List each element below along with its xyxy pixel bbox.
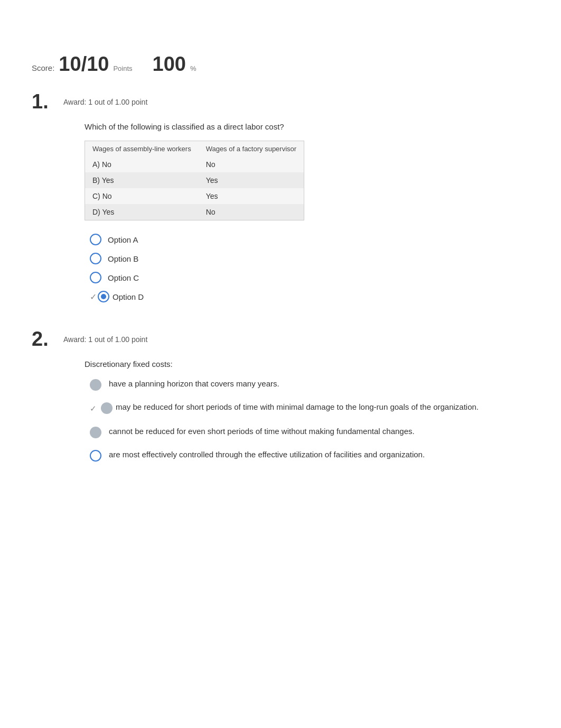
option-d[interactable]: ✓ Option D xyxy=(90,291,529,302)
q2-circle-3 xyxy=(90,427,101,438)
table-row: C) No Yes xyxy=(85,188,304,204)
q2-option-3-label: cannot be reduced for even short periods… xyxy=(109,426,415,438)
option-a-label: Option A xyxy=(108,235,138,244)
score-points-label: Points xyxy=(113,64,132,72)
q2-option-4-label: are most effectively controlled through … xyxy=(109,449,425,461)
table-cell: D) Yes xyxy=(85,204,199,220)
score-percent: 100 xyxy=(153,53,186,76)
table-row: B) Yes Yes xyxy=(85,172,304,188)
question-2-text: Discretionary fixed costs: xyxy=(85,360,529,368)
score-section: Score: 10/10 Points 100 % xyxy=(32,53,529,76)
q2-circle-1 xyxy=(90,379,101,391)
question-1-header: 1. Award: 1 out of 1.00 point xyxy=(32,91,529,112)
option-c[interactable]: Option C xyxy=(90,272,529,283)
radio-circle-d[interactable] xyxy=(98,291,109,302)
radio-circle-c[interactable] xyxy=(90,272,101,283)
q2-circle-4 xyxy=(90,450,101,462)
option-c-label: Option C xyxy=(108,273,139,282)
option-b-label: Option B xyxy=(108,254,138,263)
score-points: 10/10 xyxy=(59,53,109,76)
option-b[interactable]: Option B xyxy=(90,253,529,264)
table-cell: Yes xyxy=(199,172,304,188)
table-row: A) No No xyxy=(85,156,304,172)
option-d-label: Option D xyxy=(113,292,144,301)
score-label: Score: xyxy=(32,63,54,72)
question-1-text: Which of the following is classified as … xyxy=(85,122,529,131)
question-1-content: Which of the following is classified as … xyxy=(85,122,529,302)
question-1-award: Award: 1 out of 1.00 point xyxy=(63,91,147,106)
q2-option-2[interactable]: ✓ may be reduced for short periods of ti… xyxy=(90,401,529,415)
q2-circle-2 xyxy=(101,402,113,414)
radio-circle-a[interactable] xyxy=(90,234,101,245)
check-icon-d: ✓ xyxy=(90,292,97,302)
q2-option-2-label: may be reduced for short periods of time… xyxy=(116,401,479,413)
q2-option-1-label: have a planning horizon that covers many… xyxy=(109,378,279,390)
table-cell: No xyxy=(199,204,304,220)
question-2-content: Discretionary fixed costs: have a planni… xyxy=(85,360,529,462)
table-cell: C) No xyxy=(85,188,199,204)
table-cell: A) No xyxy=(85,156,199,172)
question-1-number: 1. xyxy=(32,91,53,112)
question-1: 1. Award: 1 out of 1.00 point Which of t… xyxy=(32,91,529,302)
radio-circle-b[interactable] xyxy=(90,253,101,264)
question-2-number: 2. xyxy=(32,329,53,349)
option-a[interactable]: Option A xyxy=(90,234,529,245)
question-2-award: Award: 1 out of 1.00 point xyxy=(63,329,147,344)
check-icon-q2-2: ✓ xyxy=(90,403,97,415)
table-header-col1: Wages of assembly-line workers xyxy=(85,141,199,157)
table-row: D) Yes No xyxy=(85,204,304,220)
score-percent-label: % xyxy=(190,64,197,72)
q2-option-1[interactable]: have a planning horizon that covers many… xyxy=(90,378,529,391)
table-header-col2: Wages of a factory supervisor xyxy=(199,141,304,157)
q2-option-4[interactable]: are most effectively controlled through … xyxy=(90,449,529,462)
question-1-options: Option A Option B Option C ✓ Option D xyxy=(90,234,529,302)
table-cell: No xyxy=(199,156,304,172)
q2-option-3[interactable]: cannot be reduced for even short periods… xyxy=(90,426,529,438)
table-cell: B) Yes xyxy=(85,172,199,188)
question-2-header: 2. Award: 1 out of 1.00 point xyxy=(32,329,529,349)
question-2: 2. Award: 1 out of 1.00 point Discretion… xyxy=(32,329,529,462)
table-cell: Yes xyxy=(199,188,304,204)
question-2-options: have a planning horizon that covers many… xyxy=(90,378,529,462)
question-1-table: Wages of assembly-line workers Wages of … xyxy=(85,141,304,220)
